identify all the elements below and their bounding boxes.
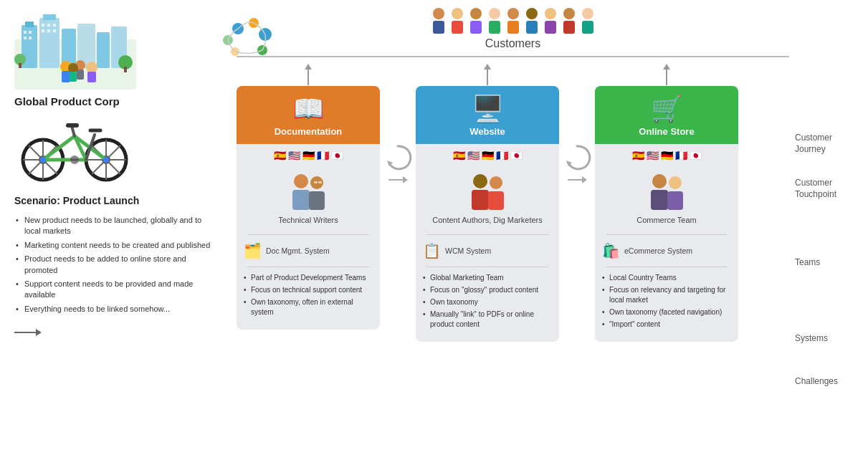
- store-flags: 🇪🇸 🇺🇸 🇩🇪 🇫🇷 🇯🇵: [632, 150, 702, 161]
- challenge-item: Own taxonomy, often in external system: [244, 297, 373, 317]
- commerce-team-avatar: [642, 173, 692, 212]
- svg-rect-89: [488, 191, 504, 210]
- svg-point-91: [652, 174, 667, 188]
- challenge-item: Own taxonomy (faceted navigation): [602, 307, 731, 317]
- store-label: Online Store: [639, 126, 694, 137]
- svg-rect-72: [582, 21, 593, 34]
- website-column: 🖥️ Website 🇪🇸 🇺🇸 🇩🇪 🇫🇷 🇯🇵: [416, 86, 559, 342]
- scenario-list-item: New product needs to be launched, global…: [14, 215, 215, 237]
- scenario-list-item: Product needs to be added to online stor…: [14, 254, 215, 276]
- store-arrow-up: [663, 64, 670, 85]
- svg-rect-4: [43, 14, 56, 20]
- challenge-item: Focus on "glossy" product content: [423, 285, 552, 295]
- svg-rect-62: [489, 21, 500, 34]
- svg-rect-13: [42, 24, 44, 27]
- svg-line-47: [72, 126, 75, 136]
- flag-de: 🇩🇪: [302, 150, 315, 161]
- scenario-list-item: Everything needs to be linked somehow...: [14, 304, 215, 315]
- refresh-arrow-2: [563, 143, 591, 172]
- svg-rect-24: [62, 71, 70, 82]
- svg-point-27: [86, 62, 97, 73]
- web-arrow-up: [484, 64, 491, 85]
- svg-point-59: [470, 8, 482, 19]
- store-divider-2: [606, 267, 728, 267]
- label-touchpoint: Customer Touchpoint: [789, 178, 868, 200]
- svg-rect-9: [24, 31, 27, 34]
- challenge-item: Focus on technical support content: [244, 285, 373, 295]
- center-panel: Customers 📖 Documentation 🇪🇸 🇺🇸: [229, 0, 789, 465]
- store-team-label: Commerce Team: [636, 215, 697, 225]
- svg-point-67: [545, 8, 556, 19]
- doc-divider-2: [247, 267, 369, 267]
- svg-point-79: [294, 174, 308, 188]
- cart-icon: 🛒: [651, 96, 683, 122]
- svg-rect-2: [25, 21, 34, 27]
- svg-point-71: [582, 8, 593, 19]
- scenario-title: Scenario: Product Launch: [14, 195, 215, 206]
- svg-rect-26: [77, 69, 84, 80]
- documentation-touchpoint: 📖 Documentation: [237, 86, 380, 144]
- refresh-arrow-1: [383, 143, 412, 172]
- svg-rect-92: [651, 190, 668, 210]
- customer-avatar-5: [505, 7, 521, 34]
- svg-point-86: [473, 174, 487, 188]
- book-icon: 📖: [292, 96, 325, 122]
- main-container: Global Product Corp: [0, 0, 868, 465]
- challenge-item: "Import" content: [602, 320, 731, 330]
- svg-rect-83: [314, 181, 318, 183]
- web-challenges-list: Global Marketing TeamFocus on "glossy" p…: [416, 270, 559, 335]
- svg-point-53: [40, 157, 46, 163]
- scenario-list-item: Support content needs to be provided and…: [14, 279, 215, 301]
- doc-challenges-list: Part of Product Development TeamsFocus o…: [237, 270, 380, 322]
- web-team-label: Content Authors, Dig Marketers: [432, 215, 542, 225]
- store-challenges-list: Local Country TeamsFocus on relevancy an…: [595, 270, 738, 335]
- web-divider-1: [426, 234, 548, 235]
- doc-system-icon: 🗂️: [244, 242, 262, 259]
- bike-illustration: [14, 113, 136, 185]
- scenario-list: New product needs to be launched, global…: [14, 215, 215, 317]
- svg-rect-48: [66, 123, 79, 128]
- svg-rect-66: [526, 21, 538, 34]
- doc-flags: 🇪🇸 🇺🇸 🇩🇪 🇫🇷 🇯🇵: [274, 150, 343, 161]
- content-authors-avatar: [462, 173, 512, 212]
- doc-divider-1: [247, 234, 369, 235]
- documentation-column: 📖 Documentation 🇪🇸 🇺🇸 🇩🇪 🇫🇷 🇯🇵: [237, 86, 380, 330]
- challenge-item: Global Marketing Team: [423, 273, 552, 283]
- customer-section: Customers: [237, 7, 789, 50]
- label-challenges: Challenges: [789, 376, 868, 388]
- doc-system-label: Doc Mgmt. System: [266, 246, 330, 255]
- store-column: 🛒 Online Store 🇪🇸 🇺🇸 🇩🇪 🇫🇷 🇯🇵: [595, 86, 738, 342]
- customer-avatars: [431, 7, 596, 34]
- web-team-area: Content Authors, Dig Marketers: [429, 167, 545, 231]
- arrow-web-to-store: [559, 143, 595, 183]
- svg-point-55: [433, 8, 444, 19]
- technical-writers-avatar: [283, 173, 333, 212]
- doc-team-area: Technical Writers: [275, 167, 341, 231]
- store-system-label: eCommerce System: [624, 246, 692, 255]
- svg-rect-15: [53, 24, 56, 27]
- flag-fr: 🇫🇷: [317, 150, 329, 161]
- svg-rect-87: [472, 190, 489, 210]
- svg-rect-7: [97, 32, 110, 68]
- svg-rect-58: [452, 21, 463, 34]
- svg-rect-28: [87, 72, 96, 82]
- store-team-area: Commerce Team: [634, 167, 700, 231]
- flag-es: 🇪🇸: [274, 150, 286, 161]
- scenario-to-diagram-arrow: [14, 329, 215, 336]
- doc-system-row: 🗂️ Doc Mgmt. System: [237, 238, 380, 264]
- label-teams: Teams: [789, 257, 868, 269]
- doc-team-label: Technical Writers: [278, 215, 338, 225]
- flag-us: 🇺🇸: [288, 150, 300, 161]
- svg-rect-56: [433, 21, 444, 34]
- customer-journey-line: [237, 56, 789, 57]
- customer-avatar-8: [561, 7, 577, 34]
- svg-rect-64: [507, 21, 519, 34]
- left-panel: Global Product Corp: [0, 0, 229, 465]
- svg-rect-12: [29, 37, 32, 39]
- customer-avatar-2: [449, 7, 465, 34]
- svg-rect-30: [70, 72, 77, 82]
- svg-rect-60: [470, 21, 482, 34]
- website-icon: 🖥️: [472, 96, 504, 122]
- svg-point-54: [103, 157, 109, 163]
- customer-avatar-6: [524, 7, 540, 34]
